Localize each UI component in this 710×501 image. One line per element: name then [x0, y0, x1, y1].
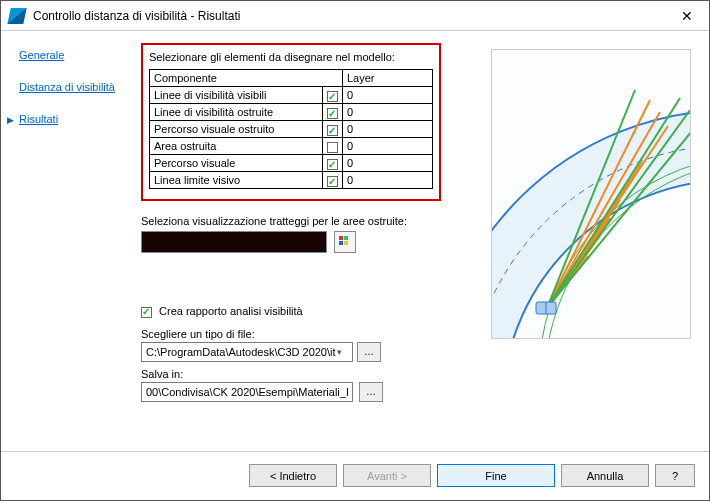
nav-generale[interactable]: Generale [19, 49, 135, 61]
group-heading: Selezionare gli elementi da disegnare ne… [149, 51, 433, 63]
back-button[interactable]: < Indietro [249, 464, 337, 487]
layer-cell[interactable]: 0 [343, 138, 433, 155]
component-name: Percorso visuale [150, 155, 323, 172]
component-name: Linee di visibilità ostruite [150, 104, 323, 121]
main-panel: Selezionare gli elementi da disegnare ne… [141, 31, 709, 451]
browse-file-type-button[interactable]: … [357, 342, 381, 362]
wizard-footer: < Indietro Avanti > Fine Annulla ? [1, 451, 709, 499]
svg-rect-0 [339, 236, 343, 240]
table-row: Linea limite visivo 0 [150, 172, 433, 189]
road-preview-icon [492, 50, 691, 339]
dialog-body: Generale Distanza di visibilità Risultat… [1, 31, 709, 451]
layer-cell[interactable]: 0 [343, 155, 433, 172]
component-name: Linee di visibilità visibili [150, 87, 323, 104]
table-row: Linee di visibilità ostruite 0 [150, 104, 433, 121]
svg-rect-1 [344, 236, 348, 240]
cancel-button[interactable]: Annulla [561, 464, 649, 487]
close-button[interactable]: ✕ [664, 1, 709, 31]
title-bar: Controllo distanza di visibilità - Risul… [1, 1, 709, 31]
components-table: Componente Layer Linee di visibilità vis… [149, 69, 433, 189]
layer-cell[interactable]: 0 [343, 104, 433, 121]
wizard-sidebar: Generale Distanza di visibilità Risultat… [1, 31, 141, 451]
svg-rect-2 [339, 241, 343, 245]
component-checkbox[interactable] [327, 91, 338, 102]
create-report-checkbox[interactable] [141, 307, 152, 318]
col-layer: Layer [343, 70, 433, 87]
table-row: Linee di visibilità visibili 0 [150, 87, 433, 104]
preview-pane [491, 49, 691, 339]
component-checkbox[interactable] [327, 125, 338, 136]
table-row: Percorso visuale ostruito 0 [150, 121, 433, 138]
highlight-box: Selezionare gli elementi da disegnare ne… [141, 43, 441, 201]
next-button: Avanti > [343, 464, 431, 487]
nav-distanza[interactable]: Distanza di visibilità [19, 81, 135, 93]
layer-cell[interactable]: 0 [343, 121, 433, 138]
table-row: Percorso visuale 0 [150, 155, 433, 172]
window-title: Controllo distanza di visibilità - Risul… [33, 9, 664, 23]
app-logo-icon [7, 8, 26, 24]
file-type-select[interactable] [141, 342, 353, 362]
component-checkbox[interactable] [327, 159, 338, 170]
nav-risultati[interactable]: Risultati [19, 113, 135, 125]
save-in-input[interactable] [141, 382, 353, 402]
col-componente: Componente [150, 70, 343, 87]
save-in-label: Salva in: [141, 368, 699, 380]
component-name: Percorso visuale ostruito [150, 121, 323, 138]
svg-rect-3 [344, 241, 348, 245]
table-row: Area ostruita 0 [150, 138, 433, 155]
hatch-picker-button[interactable] [334, 231, 356, 253]
browse-save-in-button[interactable]: … [359, 382, 383, 402]
create-report-label: Crea rapporto analisi visibilità [159, 305, 303, 317]
component-checkbox[interactable] [327, 176, 338, 187]
layer-cell[interactable]: 0 [343, 87, 433, 104]
table-header-row: Componente Layer [150, 70, 433, 87]
component-checkbox[interactable] [327, 108, 338, 119]
component-name: Area ostruita [150, 138, 323, 155]
color-grid-icon [338, 235, 352, 249]
help-button[interactable]: ? [655, 464, 695, 487]
component-checkbox[interactable] [327, 142, 338, 153]
finish-button[interactable]: Fine [437, 464, 555, 487]
hatch-swatch[interactable] [141, 231, 327, 253]
layer-cell[interactable]: 0 [343, 172, 433, 189]
component-name: Linea limite visivo [150, 172, 323, 189]
